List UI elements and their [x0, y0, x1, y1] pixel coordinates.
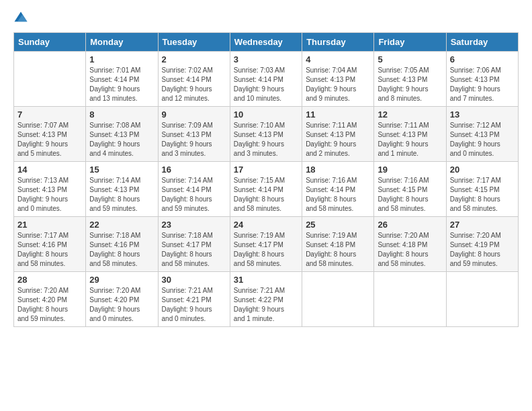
day-info: Sunrise: 7:20 AM Sunset: 4:20 PM Dayligh… [89, 286, 154, 324]
calendar-day-header: Monday [86, 33, 158, 52]
day-number: 2 [162, 54, 226, 64]
day-number: 24 [234, 220, 298, 230]
day-info: Sunrise: 7:19 AM Sunset: 4:18 PM Dayligh… [306, 231, 370, 269]
day-number: 6 [450, 54, 515, 64]
logo-icon [13, 11, 28, 26]
day-info: Sunrise: 7:21 AM Sunset: 4:22 PM Dayligh… [234, 286, 298, 324]
calendar-cell: 25Sunrise: 7:19 AM Sunset: 4:18 PM Dayli… [302, 217, 374, 272]
day-info: Sunrise: 7:12 AM Sunset: 4:13 PM Dayligh… [450, 121, 515, 158]
calendar-cell: 3Sunrise: 7:03 AM Sunset: 4:14 PM Daylig… [230, 52, 302, 107]
day-number: 12 [378, 109, 442, 120]
day-number: 29 [89, 275, 154, 285]
calendar-day-header: Friday [374, 33, 446, 52]
day-info: Sunrise: 7:20 AM Sunset: 4:20 PM Dayligh… [17, 286, 82, 324]
calendar-header-row: SundayMondayTuesdayWednesdayThursdayFrid… [14, 33, 519, 52]
calendar-cell [446, 272, 518, 327]
day-number: 14 [17, 165, 82, 175]
day-info: Sunrise: 7:20 AM Sunset: 4:19 PM Dayligh… [450, 231, 515, 269]
calendar-cell: 20Sunrise: 7:17 AM Sunset: 4:15 PM Dayli… [446, 162, 518, 217]
day-number: 11 [306, 109, 370, 120]
day-number: 17 [234, 165, 298, 175]
calendar-cell: 7Sunrise: 7:07 AM Sunset: 4:13 PM Daylig… [14, 107, 86, 162]
day-info: Sunrise: 7:13 AM Sunset: 4:13 PM Dayligh… [17, 176, 82, 214]
day-number: 8 [89, 109, 154, 120]
calendar-week-row: 28Sunrise: 7:20 AM Sunset: 4:20 PM Dayli… [14, 272, 519, 327]
calendar-cell: 13Sunrise: 7:12 AM Sunset: 4:13 PM Dayli… [446, 107, 518, 162]
calendar-day-header: Wednesday [230, 33, 302, 52]
day-number: 7 [17, 109, 82, 120]
calendar-cell: 6Sunrise: 7:06 AM Sunset: 4:13 PM Daylig… [446, 52, 518, 107]
day-info: Sunrise: 7:20 AM Sunset: 4:18 PM Dayligh… [378, 231, 442, 269]
day-number: 28 [17, 275, 82, 285]
day-info: Sunrise: 7:18 AM Sunset: 4:16 PM Dayligh… [89, 231, 154, 269]
calendar-cell: 8Sunrise: 7:08 AM Sunset: 4:13 PM Daylig… [86, 107, 158, 162]
day-number: 4 [306, 54, 370, 64]
day-number: 21 [17, 220, 82, 230]
day-info: Sunrise: 7:18 AM Sunset: 4:17 PM Dayligh… [162, 231, 226, 269]
calendar-cell: 29Sunrise: 7:20 AM Sunset: 4:20 PM Dayli… [86, 272, 158, 327]
day-number: 31 [234, 275, 298, 285]
day-number: 15 [89, 165, 154, 175]
calendar-cell: 24Sunrise: 7:19 AM Sunset: 4:17 PM Dayli… [230, 217, 302, 272]
day-info: Sunrise: 7:17 AM Sunset: 4:16 PM Dayligh… [17, 231, 82, 269]
calendar-cell: 26Sunrise: 7:20 AM Sunset: 4:18 PM Dayli… [374, 217, 446, 272]
calendar-cell [302, 272, 374, 327]
calendar-cell: 19Sunrise: 7:16 AM Sunset: 4:15 PM Dayli… [374, 162, 446, 217]
page-header [13, 11, 519, 26]
day-info: Sunrise: 7:04 AM Sunset: 4:13 PM Dayligh… [306, 66, 370, 103]
calendar-cell: 23Sunrise: 7:18 AM Sunset: 4:17 PM Dayli… [158, 217, 230, 272]
day-info: Sunrise: 7:11 AM Sunset: 4:13 PM Dayligh… [306, 121, 370, 158]
day-info: Sunrise: 7:15 AM Sunset: 4:14 PM Dayligh… [234, 176, 298, 214]
day-info: Sunrise: 7:01 AM Sunset: 4:14 PM Dayligh… [89, 66, 154, 103]
day-info: Sunrise: 7:16 AM Sunset: 4:15 PM Dayligh… [378, 176, 442, 214]
calendar-day-header: Tuesday [158, 33, 230, 52]
day-info: Sunrise: 7:21 AM Sunset: 4:21 PM Dayligh… [162, 286, 226, 324]
day-number: 25 [306, 220, 370, 230]
calendar-cell: 1Sunrise: 7:01 AM Sunset: 4:14 PM Daylig… [86, 52, 158, 107]
day-number: 18 [306, 165, 370, 175]
day-number: 5 [378, 54, 442, 64]
calendar-cell: 28Sunrise: 7:20 AM Sunset: 4:20 PM Dayli… [14, 272, 86, 327]
day-info: Sunrise: 7:07 AM Sunset: 4:13 PM Dayligh… [17, 121, 82, 158]
calendar-cell [374, 272, 446, 327]
calendar-day-header: Thursday [302, 33, 374, 52]
calendar-cell: 11Sunrise: 7:11 AM Sunset: 4:13 PM Dayli… [302, 107, 374, 162]
day-info: Sunrise: 7:19 AM Sunset: 4:17 PM Dayligh… [234, 231, 298, 269]
day-number: 3 [234, 54, 298, 64]
calendar-cell: 30Sunrise: 7:21 AM Sunset: 4:21 PM Dayli… [158, 272, 230, 327]
day-number: 13 [450, 109, 515, 120]
calendar-day-header: Saturday [446, 33, 518, 52]
day-info: Sunrise: 7:03 AM Sunset: 4:14 PM Dayligh… [234, 66, 298, 103]
day-number: 1 [89, 54, 154, 64]
calendar-table: SundayMondayTuesdayWednesdayThursdayFrid… [13, 32, 519, 327]
day-info: Sunrise: 7:10 AM Sunset: 4:13 PM Dayligh… [234, 121, 298, 158]
day-number: 9 [162, 109, 226, 120]
day-info: Sunrise: 7:09 AM Sunset: 4:13 PM Dayligh… [162, 121, 226, 158]
calendar-cell: 17Sunrise: 7:15 AM Sunset: 4:14 PM Dayli… [230, 162, 302, 217]
day-number: 27 [450, 220, 515, 230]
calendar-cell: 16Sunrise: 7:14 AM Sunset: 4:14 PM Dayli… [158, 162, 230, 217]
calendar-week-row: 7Sunrise: 7:07 AM Sunset: 4:13 PM Daylig… [14, 107, 519, 162]
day-number: 23 [162, 220, 226, 230]
day-info: Sunrise: 7:14 AM Sunset: 4:13 PM Dayligh… [89, 176, 154, 214]
calendar-cell: 9Sunrise: 7:09 AM Sunset: 4:13 PM Daylig… [158, 107, 230, 162]
day-info: Sunrise: 7:02 AM Sunset: 4:14 PM Dayligh… [162, 66, 226, 103]
calendar-cell: 10Sunrise: 7:10 AM Sunset: 4:13 PM Dayli… [230, 107, 302, 162]
day-info: Sunrise: 7:16 AM Sunset: 4:14 PM Dayligh… [306, 176, 370, 214]
day-number: 19 [378, 165, 442, 175]
calendar-week-row: 14Sunrise: 7:13 AM Sunset: 4:13 PM Dayli… [14, 162, 519, 217]
day-number: 20 [450, 165, 515, 175]
logo [13, 11, 31, 26]
day-info: Sunrise: 7:08 AM Sunset: 4:13 PM Dayligh… [89, 121, 154, 158]
calendar-cell: 21Sunrise: 7:17 AM Sunset: 4:16 PM Dayli… [14, 217, 86, 272]
day-number: 16 [162, 165, 226, 175]
day-number: 26 [378, 220, 442, 230]
calendar-cell: 27Sunrise: 7:20 AM Sunset: 4:19 PM Dayli… [446, 217, 518, 272]
calendar-cell: 12Sunrise: 7:11 AM Sunset: 4:13 PM Dayli… [374, 107, 446, 162]
calendar-cell: 2Sunrise: 7:02 AM Sunset: 4:14 PM Daylig… [158, 52, 230, 107]
calendar-cell: 15Sunrise: 7:14 AM Sunset: 4:13 PM Dayli… [86, 162, 158, 217]
calendar-cell [14, 52, 86, 107]
day-info: Sunrise: 7:14 AM Sunset: 4:14 PM Dayligh… [162, 176, 226, 214]
calendar-week-row: 21Sunrise: 7:17 AM Sunset: 4:16 PM Dayli… [14, 217, 519, 272]
calendar-cell: 5Sunrise: 7:05 AM Sunset: 4:13 PM Daylig… [374, 52, 446, 107]
